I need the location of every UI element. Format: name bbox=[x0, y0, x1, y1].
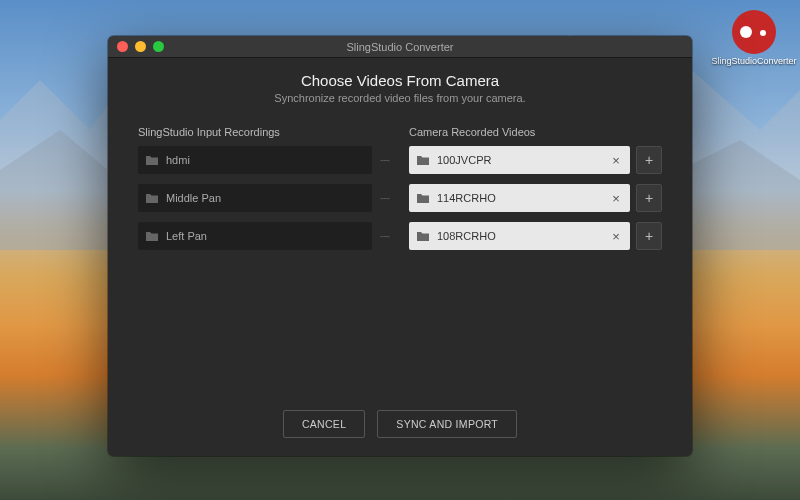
clear-icon[interactable]: × bbox=[609, 153, 623, 167]
input-recording-field[interactable]: hdmi bbox=[138, 146, 372, 174]
clear-icon[interactable]: × bbox=[609, 191, 623, 205]
folder-icon bbox=[145, 231, 159, 242]
folder-icon bbox=[416, 231, 430, 242]
input-recording-field[interactable]: Left Pan bbox=[138, 222, 372, 250]
sync-import-button[interactable]: SYNC AND IMPORT bbox=[377, 410, 517, 438]
camera-row: 114RCRHO × + bbox=[409, 184, 662, 212]
app-icon-circle bbox=[732, 10, 776, 54]
desktop-background: SlingStudioConverter SlingStudio Convert… bbox=[0, 0, 800, 500]
titlebar[interactable]: SlingStudio Converter bbox=[108, 36, 692, 58]
traffic-lights bbox=[108, 41, 164, 52]
input-row: Left Pan --- bbox=[138, 222, 391, 250]
minimize-button[interactable] bbox=[135, 41, 146, 52]
input-recording-label: Middle Pan bbox=[166, 192, 365, 204]
right-column: Camera Recorded Videos 100JVCPR × + 114R… bbox=[409, 126, 662, 260]
add-button[interactable]: + bbox=[636, 222, 662, 250]
page-subheading: Synchronize recorded video files from yo… bbox=[138, 92, 662, 104]
left-column: SlingStudio Input Recordings hdmi --- Mi… bbox=[138, 126, 391, 260]
row-separator: --- bbox=[378, 191, 391, 205]
camera-video-field[interactable]: 100JVCPR × bbox=[409, 146, 630, 174]
input-recording-label: hdmi bbox=[166, 154, 365, 166]
window-content: Choose Videos From Camera Synchronize re… bbox=[108, 58, 692, 456]
right-column-title: Camera Recorded Videos bbox=[409, 126, 662, 138]
desktop-app-icon[interactable]: SlingStudioConverter bbox=[722, 10, 786, 67]
input-row: hdmi --- bbox=[138, 146, 391, 174]
columns: SlingStudio Input Recordings hdmi --- Mi… bbox=[138, 126, 662, 260]
footer-actions: CANCEL SYNC AND IMPORT bbox=[138, 410, 662, 438]
camera-video-label: 108RCRHO bbox=[437, 230, 602, 242]
camera-row: 100JVCPR × + bbox=[409, 146, 662, 174]
folder-icon bbox=[416, 193, 430, 204]
folder-icon bbox=[145, 193, 159, 204]
row-separator: --- bbox=[378, 229, 391, 243]
clear-icon[interactable]: × bbox=[609, 229, 623, 243]
close-button[interactable] bbox=[117, 41, 128, 52]
input-row: Middle Pan --- bbox=[138, 184, 391, 212]
cancel-button[interactable]: CANCEL bbox=[283, 410, 365, 438]
app-window: SlingStudio Converter Choose Videos From… bbox=[108, 36, 692, 456]
input-recording-field[interactable]: Middle Pan bbox=[138, 184, 372, 212]
maximize-button[interactable] bbox=[153, 41, 164, 52]
camera-video-field[interactable]: 108RCRHO × bbox=[409, 222, 630, 250]
folder-icon bbox=[145, 155, 159, 166]
add-button[interactable]: + bbox=[636, 184, 662, 212]
camera-video-label: 100JVCPR bbox=[437, 154, 602, 166]
add-button[interactable]: + bbox=[636, 146, 662, 174]
left-column-title: SlingStudio Input Recordings bbox=[138, 126, 391, 138]
window-title: SlingStudio Converter bbox=[108, 41, 692, 53]
app-icon-label: SlingStudioConverter bbox=[711, 57, 796, 67]
camera-video-label: 114RCRHO bbox=[437, 192, 602, 204]
row-separator: --- bbox=[378, 153, 391, 167]
page-heading: Choose Videos From Camera bbox=[138, 72, 662, 89]
camera-video-field[interactable]: 114RCRHO × bbox=[409, 184, 630, 212]
folder-icon bbox=[416, 155, 430, 166]
input-recording-label: Left Pan bbox=[166, 230, 365, 242]
camera-row: 108RCRHO × + bbox=[409, 222, 662, 250]
